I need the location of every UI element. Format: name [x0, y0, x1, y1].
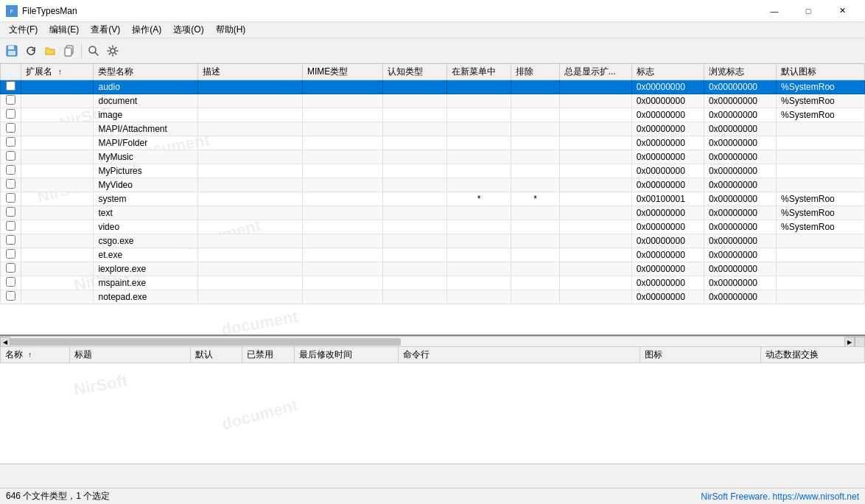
table-row[interactable]: iexplore.exe0x000000000x00000000	[1, 262, 865, 276]
table-row[interactable]: mspaint.exe0x000000000x00000000	[1, 276, 865, 290]
row-icon: 0x00000000	[631, 80, 704, 94]
window-controls: — □ ✕	[757, 0, 859, 22]
toolbar-settings[interactable]	[104, 42, 122, 60]
row-newmenu	[447, 234, 511, 248]
svg-line-8	[95, 52, 98, 55]
row-checkbox[interactable]	[1, 192, 21, 206]
row-checkbox[interactable]	[1, 290, 21, 304]
table-row[interactable]: document0x000000000x00000000%SystemRoo	[1, 94, 865, 108]
table-row[interactable]: video0x000000000x00000000%SystemRoo	[1, 220, 865, 234]
lower-col-title[interactable]: 标题	[69, 347, 190, 363]
row-checkbox[interactable]	[1, 136, 21, 150]
row-typename: mspaint.exe	[94, 276, 198, 290]
col-known[interactable]: 认知类型	[382, 64, 446, 80]
table-row[interactable]: MyPictures0x000000000x00000000	[1, 164, 865, 178]
row-checkbox[interactable]	[1, 150, 21, 164]
row-defaulticon	[777, 248, 865, 262]
table-row[interactable]: MAPI/Folder0x000000000x00000000	[1, 136, 865, 150]
row-defaulticon: %SystemRoo	[777, 80, 865, 94]
row-icon: 0x00000000	[631, 276, 704, 290]
row-browsericon: 0x00000000	[704, 94, 776, 108]
toolbar-save[interactable]	[3, 42, 21, 60]
row-newmenu: *	[447, 192, 511, 206]
lower-col-icon[interactable]: 图标	[640, 347, 760, 363]
row-checkbox[interactable]	[1, 122, 21, 136]
col-typename[interactable]: 类型名称	[94, 64, 198, 80]
row-defaulticon	[777, 122, 865, 136]
col-exclude[interactable]: 排除	[511, 64, 559, 80]
row-newmenu	[447, 220, 511, 234]
row-checkbox[interactable]	[1, 178, 21, 192]
lower-col-disabled[interactable]: 已禁用	[242, 347, 294, 363]
table-row[interactable]: notepad.exe0x000000000x00000000	[1, 290, 865, 304]
col-browsericon[interactable]: 浏览标志	[704, 64, 776, 80]
row-exclude	[511, 164, 559, 178]
row-checkbox[interactable]	[1, 276, 21, 290]
menu-file[interactable]: 文件(F)	[3, 22, 43, 38]
menu-view[interactable]: 查看(V)	[85, 22, 126, 38]
col-defaulticon[interactable]: 默认图标	[777, 64, 865, 80]
row-checkbox[interactable]	[1, 94, 21, 108]
hscroll-right-btn[interactable]: ▶	[844, 337, 855, 346]
row-browsericon: 0x00000000	[704, 262, 776, 276]
toolbar-search[interactable]	[85, 42, 102, 60]
row-checkbox[interactable]	[1, 262, 21, 276]
toolbar-refresh[interactable]	[22, 42, 40, 60]
lower-col-command[interactable]: 命令行	[398, 347, 640, 363]
row-checkbox[interactable]	[1, 206, 21, 220]
col-alwaysshow[interactable]: 总是显示扩...	[559, 64, 631, 80]
lower-col-name[interactable]: 名称 ↑	[1, 347, 70, 363]
row-newmenu	[447, 122, 511, 136]
row-alwaysshow	[559, 234, 631, 248]
upper-hscroll[interactable]: ◀ ▶	[0, 336, 865, 346]
col-desc[interactable]: 描述	[198, 64, 303, 80]
status-link[interactable]: NirSoft Freeware. https://www.nirsoft.ne…	[701, 491, 859, 502]
row-known	[382, 290, 446, 304]
toolbar-open[interactable]	[41, 42, 59, 60]
col-mime[interactable]: MIME类型	[302, 64, 382, 80]
table-row[interactable]: MyMusic0x000000000x00000000	[1, 150, 865, 164]
hscroll-left-btn[interactable]: ◀	[0, 337, 10, 346]
lower-col-modified[interactable]: 最后修改时间	[294, 347, 398, 363]
table-row[interactable]: text0x000000000x00000000%SystemRoo	[1, 206, 865, 220]
row-checkbox[interactable]	[1, 164, 21, 178]
table-row[interactable]: system**0x001000010x00000000%SystemRoo	[1, 192, 865, 206]
menu-edit[interactable]: 编辑(E)	[43, 22, 85, 38]
table-row[interactable]: et.exe0x000000000x00000000	[1, 248, 865, 262]
row-ext	[21, 248, 94, 262]
row-checkbox[interactable]	[1, 108, 21, 122]
table-row[interactable]: audio0x000000000x00000000%SystemRoo	[1, 80, 865, 94]
table-row[interactable]: csgo.exe0x000000000x00000000	[1, 234, 865, 248]
table-row[interactable]: MAPI/Attachment0x000000000x00000000	[1, 122, 865, 136]
close-button[interactable]: ✕	[825, 0, 859, 22]
col-icon[interactable]: 标志	[631, 64, 704, 80]
lower-col-dde[interactable]: 动态数据交换	[761, 347, 865, 363]
col-newmenu[interactable]: 在新菜单中	[447, 64, 511, 80]
row-checkbox[interactable]	[1, 248, 21, 262]
menu-help[interactable]: 帮助(H)	[210, 22, 252, 38]
row-desc	[198, 206, 303, 220]
upper-hscroll-thumb[interactable]	[3, 338, 401, 346]
row-exclude	[511, 122, 559, 136]
row-alwaysshow	[559, 94, 631, 108]
menu-options[interactable]: 选项(O)	[167, 22, 209, 38]
menu-action[interactable]: 操作(A)	[126, 22, 167, 38]
row-checkbox[interactable]	[1, 80, 21, 94]
table-row[interactable]: MyVideo0x000000000x00000000	[1, 178, 865, 192]
row-known	[382, 248, 446, 262]
lower-col-default[interactable]: 默认	[191, 347, 242, 363]
minimize-button[interactable]: —	[757, 0, 791, 22]
maximize-button[interactable]: □	[791, 0, 825, 22]
row-exclude	[511, 276, 559, 290]
lower-table-container[interactable]: NirSoft document 名称 ↑ 标题 默认 已禁用 最后修改时间 命…	[0, 346, 865, 464]
row-checkbox[interactable]	[1, 220, 21, 234]
title-bar: F FileTypesMan — □ ✕	[0, 0, 865, 22]
row-checkbox[interactable]	[1, 234, 21, 248]
row-newmenu	[447, 94, 511, 108]
table-row[interactable]: image0x000000000x00000000%SystemRoo	[1, 108, 865, 122]
upper-table-container[interactable]: NirSoft document NirSoft document NirSof…	[0, 63, 865, 336]
col-checkbox[interactable]	[1, 64, 21, 80]
col-ext[interactable]: 扩展名 ↑	[21, 64, 94, 80]
toolbar-copy[interactable]	[60, 42, 78, 60]
row-typename: MAPI/Folder	[94, 136, 198, 150]
